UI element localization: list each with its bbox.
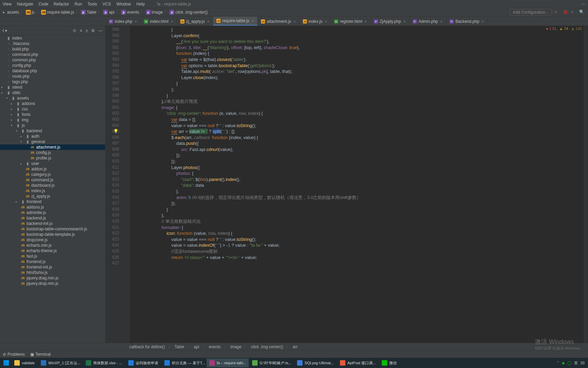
tree-item[interactable]: ▸▮auth	[0, 134, 105, 139]
hide-icon[interactable]: —	[98, 28, 102, 33]
tree-item[interactable]: ▸▮xtend	[0, 85, 105, 90]
crumb-item[interactable]: image	[230, 344, 242, 349]
terminal-tool-button[interactable]: ▣ Terminal	[30, 352, 51, 357]
debug-icon[interactable]: 🐞	[563, 10, 568, 15]
clock[interactable]: 20	[581, 361, 585, 365]
tree-item[interactable]: ◦command.php	[0, 52, 105, 57]
tree-item[interactable]: JSaddon.js	[0, 166, 105, 172]
fold-bar[interactable]	[125, 26, 129, 343]
crumb-item[interactable]: click .img-center()	[251, 344, 283, 349]
menu-view[interactable]: View	[3, 2, 12, 6]
editor-tab[interactable]: PZjApply.php×	[371, 17, 409, 26]
crumb-item[interactable]: events	[209, 344, 220, 349]
tree-item[interactable]: ▾▮backend	[0, 128, 105, 134]
tree-item[interactable]: ▸▮user	[0, 161, 105, 166]
tree-item[interactable]: ▸▮frontend	[0, 199, 105, 204]
close-tab-icon[interactable]: ×	[293, 19, 295, 24]
menu-help[interactable]: Help	[136, 2, 145, 6]
editor-tab[interactable]: PAdmin.php×	[409, 17, 446, 26]
tree-item[interactable]: ▸▮addons	[0, 101, 105, 106]
menu-tools[interactable]: Tools	[87, 2, 97, 6]
tree-item[interactable]: JSfast.js	[0, 254, 105, 259]
tree-item[interactable]: JSaddons.js	[0, 204, 105, 210]
editor-tab[interactable]: Pindex.php×	[105, 17, 141, 26]
tree-item[interactable]: JSjquery.drag.min.js	[0, 275, 105, 281]
tree-item[interactable]: JSfrontend.js	[0, 259, 105, 264]
breadcrumb-item[interactable]: JSjs	[26, 10, 35, 15]
taskbar-item[interactable]: 诊间验收申请	[126, 358, 161, 367]
tree-item[interactable]: ▾▮general	[0, 139, 105, 144]
tree-item[interactable]: JSbootstrap-table-commonsearch.js	[0, 226, 105, 232]
tree-item[interactable]: JSindex.js	[0, 188, 105, 194]
close-tab-icon[interactable]: ×	[135, 19, 137, 24]
editor-tab[interactable]: JSattachment.js×	[258, 17, 299, 26]
close-tab-icon[interactable]: ×	[207, 19, 209, 24]
system-tray[interactable]: ˄ ◆ ◯ 英 20	[557, 361, 587, 366]
tree-item[interactable]: JSzj_apply.js	[0, 194, 105, 199]
tree-item[interactable]: JSbootstrap-table-template.js	[0, 232, 105, 237]
breadcrumb-item[interactable]: pTable	[81, 10, 97, 15]
taskbar-item[interactable]: ApiPost 接口调...	[337, 358, 378, 367]
tree-item[interactable]: ◦common.php	[0, 57, 105, 63]
editor-tab[interactable]: Hindex.html×	[141, 17, 177, 26]
stop-icon[interactable]: ■	[571, 10, 576, 15]
add-configuration-button[interactable]: Add Configuration...	[510, 9, 552, 16]
tree-item[interactable]: ◦build.php	[0, 46, 105, 52]
line-gutter[interactable]: 5885895905915925935945955965975985996006…	[105, 26, 125, 343]
tree-item[interactable]: JSbackend.js	[0, 215, 105, 221]
start-button[interactable]	[1, 358, 11, 367]
tree-item[interactable]: ▸▮img	[0, 117, 105, 123]
error-stripe[interactable]	[584, 26, 588, 343]
tree-item[interactable]: ◦database.php	[0, 68, 105, 74]
tree-item[interactable]: JSprofile.js	[0, 155, 105, 161]
breadcrumb-item[interactable]: pimage	[146, 10, 163, 15]
breadcrumb-item[interactable]: pclick .img-center()	[169, 10, 208, 15]
crumb-item[interactable]: api	[194, 344, 199, 349]
tree-item[interactable]: ◦.htaccess	[0, 41, 105, 46]
taskbar-item[interactable]: WinXP_1 [正在运...	[38, 358, 82, 367]
menu-code[interactable]: Code	[38, 2, 48, 6]
problems-tool-button[interactable]: ⊘ Problems	[3, 352, 25, 357]
tree-item[interactable]: ◦tags.php	[0, 79, 105, 85]
editor-tab[interactable]: JSindex.js×	[299, 17, 331, 26]
tree-item[interactable]: JSecharts-theme.js	[0, 248, 105, 254]
tree-item[interactable]: ◦config.php	[0, 63, 105, 68]
breadcrumb-item[interactable]: papi	[103, 10, 114, 15]
crumb-item[interactable]: arr	[293, 344, 298, 349]
code-editor[interactable]: ● 1 51 ▲ 74 ▲ 145 5885895905915925935945…	[105, 26, 588, 343]
tree-item[interactable]: ▮index	[0, 35, 105, 41]
editor-tab[interactable]: Hregister.html×	[331, 17, 371, 26]
taskbar-item[interactable]: fa – require-tabl...	[207, 358, 249, 367]
tree-item[interactable]: JScommand.js	[0, 177, 105, 183]
run-icon[interactable]: ▶	[555, 10, 560, 15]
close-tab-icon[interactable]: ×	[171, 19, 173, 24]
tree-item[interactable]: ▾▮js	[0, 123, 105, 128]
close-tab-icon[interactable]: ×	[252, 19, 254, 23]
minimize-icon[interactable]: —	[581, 2, 585, 6]
inspection-widget[interactable]: ● 1 51 ▲ 74 ▲ 145	[546, 27, 582, 31]
tree-item[interactable]: JSfrontend-init.js	[0, 264, 105, 270]
close-tab-icon[interactable]: ×	[440, 19, 442, 24]
editor-tab[interactable]: PBackend.php×	[446, 17, 488, 26]
tree-item[interactable]: ▸▮css	[0, 106, 105, 112]
taskbar-item[interactable]: 商保数据.xlsx - ...	[83, 358, 125, 367]
menu-window[interactable]: Window	[116, 2, 131, 6]
taskbar-item[interactable]: 积分兑换 — 基于T...	[162, 358, 206, 367]
menu-run[interactable]: Run	[75, 2, 82, 6]
project-dropdown-icon[interactable]: t ▾	[3, 28, 7, 33]
collapse-all-icon[interactable]: ±	[85, 28, 88, 33]
editor-tab[interactable]: JSrequire-table.js×	[213, 17, 258, 26]
taskbar-item[interactable]: validate	[12, 358, 37, 367]
tree-item[interactable]: JSdropzone.js	[0, 237, 105, 243]
taskbar-item[interactable]: G:\叶华斌\账户.tx...	[249, 358, 294, 367]
crumb-item[interactable]: Table	[175, 344, 184, 349]
tree-item[interactable]: ▸▮fonts	[0, 112, 105, 117]
editor-tab[interactable]: JSzj_apply.js×	[177, 17, 213, 26]
menu-navigate[interactable]: Navigate	[17, 2, 33, 6]
tree-item[interactable]: JSjquery.drop.min.js	[0, 281, 105, 286]
search-icon[interactable]: 🔍	[579, 10, 585, 15]
tray-up-icon[interactable]: ˄	[557, 361, 559, 365]
close-tab-icon[interactable]: ×	[403, 19, 405, 24]
taskbar-item[interactable]: SQLyog Ultimat...	[294, 358, 337, 367]
breadcrumb-item[interactable]: pevents	[121, 10, 139, 15]
